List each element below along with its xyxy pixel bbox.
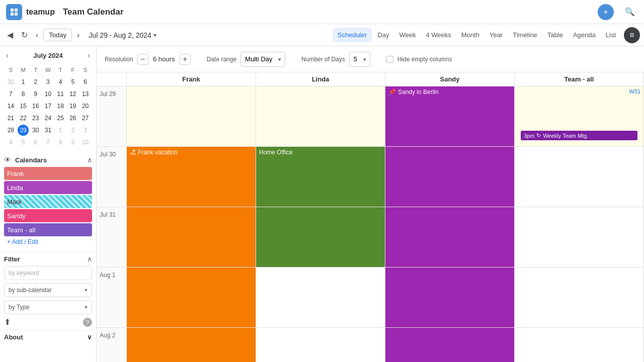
logo[interactable]: teamup <box>6 4 55 20</box>
prev-year-button[interactable]: ◀ <box>4 28 16 42</box>
view-week[interactable]: Week <box>395 29 420 41</box>
cal-day[interactable]: 18 <box>55 101 66 112</box>
cal-day[interactable]: 1 <box>55 125 66 136</box>
share-icon[interactable]: ⬆ <box>4 317 11 327</box>
search-button[interactable]: 🔍 <box>622 4 638 20</box>
filter-collapse[interactable]: ∧ <box>87 255 92 263</box>
cal-day[interactable]: 10 <box>79 137 91 148</box>
view-list[interactable]: List <box>602 29 620 41</box>
cal-day[interactable]: 10 <box>42 88 54 100</box>
hide-empty-checkbox[interactable] <box>386 56 393 63</box>
cal-day[interactable]: 31 <box>42 125 54 136</box>
add-edit-link[interactable]: + Add / Edit <box>4 237 92 246</box>
cell-sandy-jul30[interactable] <box>385 147 515 207</box>
cal-day[interactable]: 11 <box>55 88 66 100</box>
cal-day[interactable]: 7 <box>42 137 54 148</box>
team-mtg-event[interactable]: 3pm ↻ Weekly Team Mtg. <box>521 131 637 140</box>
cell-sandy-aug2[interactable] <box>385 328 515 362</box>
cal-day[interactable]: 5 <box>67 76 79 87</box>
view-table[interactable]: Table <box>543 29 567 41</box>
cell-linda-aug1[interactable] <box>256 267 385 327</box>
cal-day[interactable]: 30 <box>30 125 41 136</box>
cal-day[interactable]: 15 <box>18 101 29 112</box>
type-filter[interactable]: by Type ▾ <box>4 300 92 314</box>
cal-day[interactable]: 13 <box>79 88 91 100</box>
view-4weeks[interactable]: 4 Weeks <box>422 29 455 41</box>
menu-button[interactable]: ≡ <box>624 27 640 43</box>
mini-cal-prev[interactable]: ‹ <box>4 50 11 60</box>
cell-team-jul29[interactable]: W31 3pm ↻ Weekly Team Mtg. <box>515 86 644 146</box>
cal-day[interactable]: 6 <box>30 137 41 148</box>
cal-day[interactable]: 3 <box>79 125 91 136</box>
date-range-display[interactable]: Jul 29 - Aug 2, 2024 ▾ <box>85 31 160 39</box>
view-agenda[interactable]: Agenda <box>569 29 600 41</box>
cal-day[interactable]: 21 <box>5 113 17 124</box>
cal-day[interactable]: 27 <box>79 113 91 124</box>
sandy-berlin-event[interactable]: 📌 Sandy in Berlin <box>388 88 439 96</box>
cal-day[interactable]: 19 <box>67 101 79 112</box>
cell-linda-jul30[interactable]: Home Office <box>256 147 385 207</box>
cal-day[interactable]: 20 <box>79 101 91 112</box>
cal-day[interactable]: 8 <box>55 137 66 148</box>
cal-day[interactable]: 2 <box>30 76 41 87</box>
cal-day[interactable]: 24 <box>42 113 54 124</box>
cell-frank-aug2[interactable] <box>127 328 256 362</box>
home-office-event[interactable]: Home Office <box>259 149 292 156</box>
cal-day[interactable]: 28 <box>5 125 17 136</box>
cal-day[interactable]: 1 <box>18 76 29 87</box>
calendars-collapse[interactable]: ∧ <box>87 156 92 164</box>
cal-day[interactable]: 8 <box>18 88 29 100</box>
cal-day[interactable]: 3 <box>42 76 54 87</box>
cal-day[interactable]: 4 <box>55 76 66 87</box>
cell-linda-jul31[interactable] <box>256 207 385 267</box>
prev-button[interactable]: ‹ <box>33 29 41 42</box>
next-button[interactable]: › <box>74 29 83 42</box>
cal-day[interactable]: 4 <box>5 137 17 148</box>
cell-frank-jul30[interactable]: 🏖 Frank vacation <box>127 147 256 207</box>
calendar-item-team-all[interactable]: Team - all <box>4 223 92 236</box>
resolution-plus[interactable]: + <box>180 54 191 65</box>
cal-day[interactable]: 9 <box>67 137 79 148</box>
cal-day[interactable]: 5 <box>18 137 29 148</box>
calendar-item-sandy[interactable]: Sandy <box>4 209 92 222</box>
frank-vacation-event[interactable]: 🏖 Frank vacation <box>130 149 178 156</box>
mini-cal-next[interactable]: › <box>86 50 92 60</box>
cal-day[interactable]: 25 <box>55 113 66 124</box>
date-range-dropdown[interactable]: Multi Day <box>240 52 285 67</box>
add-button[interactable]: + <box>598 4 614 20</box>
about-section[interactable]: About ∨ <box>0 330 96 344</box>
sub-calendar-filter[interactable]: by sub-calendar ▾ <box>4 283 92 297</box>
cal-day[interactable]: 22 <box>18 113 29 124</box>
cal-day[interactable]: 7 <box>5 88 17 100</box>
num-days-dropdown[interactable]: 5 <box>349 52 370 67</box>
cell-team-aug2[interactable] <box>515 328 644 362</box>
cell-frank-jul31[interactable] <box>127 207 256 267</box>
cell-sandy-jul31[interactable] <box>385 207 515 267</box>
cell-sandy-jul29[interactable]: 📌 Sandy in Berlin <box>385 86 515 146</box>
cell-linda-aug2[interactable] <box>256 328 385 362</box>
calendar-item-linda[interactable]: Linda <box>4 181 92 194</box>
cell-frank-jul29[interactable] <box>127 86 256 146</box>
cal-day[interactable]: 30 <box>5 76 17 87</box>
cal-day[interactable]: 23 <box>30 113 41 124</box>
cell-team-jul30[interactable] <box>515 147 644 207</box>
today-button[interactable]: Today <box>43 29 72 41</box>
cal-day[interactable]: 9 <box>30 88 41 100</box>
cal-day-today[interactable]: 29 <box>18 125 29 136</box>
cell-team-jul31[interactable] <box>515 207 644 267</box>
eye-icon[interactable]: 👁 <box>4 156 11 164</box>
cal-day[interactable]: 26 <box>67 113 79 124</box>
cal-day[interactable]: 17 <box>42 101 54 112</box>
calendar-item-mark[interactable]: Mark Hide / show Mark <box>4 195 92 208</box>
cal-day[interactable]: 2 <box>67 125 79 136</box>
cell-linda-jul29[interactable] <box>256 86 385 146</box>
view-month[interactable]: Month <box>457 29 484 41</box>
keyword-filter-input[interactable] <box>4 266 92 280</box>
view-year[interactable]: Year <box>486 29 507 41</box>
cal-day[interactable]: 12 <box>67 88 79 100</box>
view-timeline[interactable]: Timeline <box>509 29 541 41</box>
cell-team-aug1[interactable] <box>515 267 644 327</box>
cal-day[interactable]: 14 <box>5 101 17 112</box>
cell-frank-aug1[interactable] <box>127 267 256 327</box>
help-icon[interactable]: ? <box>83 318 92 327</box>
